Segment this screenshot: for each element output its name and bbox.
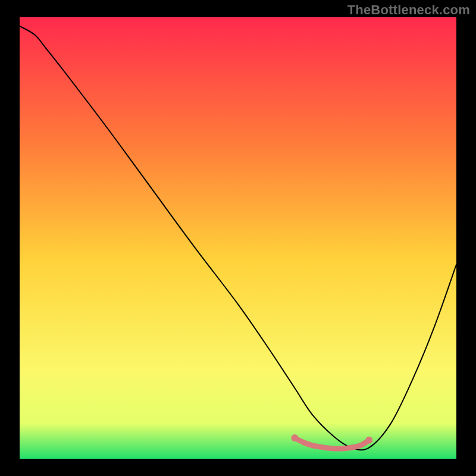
segment-end-right (365, 437, 372, 444)
frame-right (456, 0, 476, 476)
frame-bottom (0, 459, 476, 476)
chart-stage: TheBottleneck.com (0, 0, 476, 476)
frame-left (0, 0, 20, 476)
watermark-text: TheBottleneck.com (347, 2, 470, 18)
bottleneck-chart (0, 0, 476, 476)
segment-end-left (291, 434, 298, 441)
plot-background (20, 17, 456, 459)
